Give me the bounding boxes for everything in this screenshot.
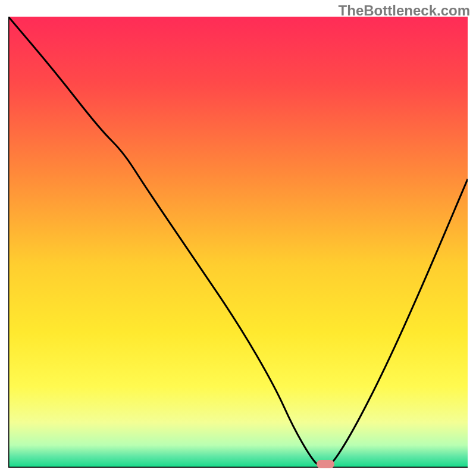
chart-container: TheBottleneck.com bbox=[0, 0, 476, 476]
watermark: TheBottleneck.com bbox=[339, 2, 470, 19]
plot-area bbox=[8, 17, 468, 468]
chart-background bbox=[8, 17, 468, 468]
chart-svg bbox=[8, 17, 468, 468]
optimal-marker bbox=[317, 460, 334, 468]
